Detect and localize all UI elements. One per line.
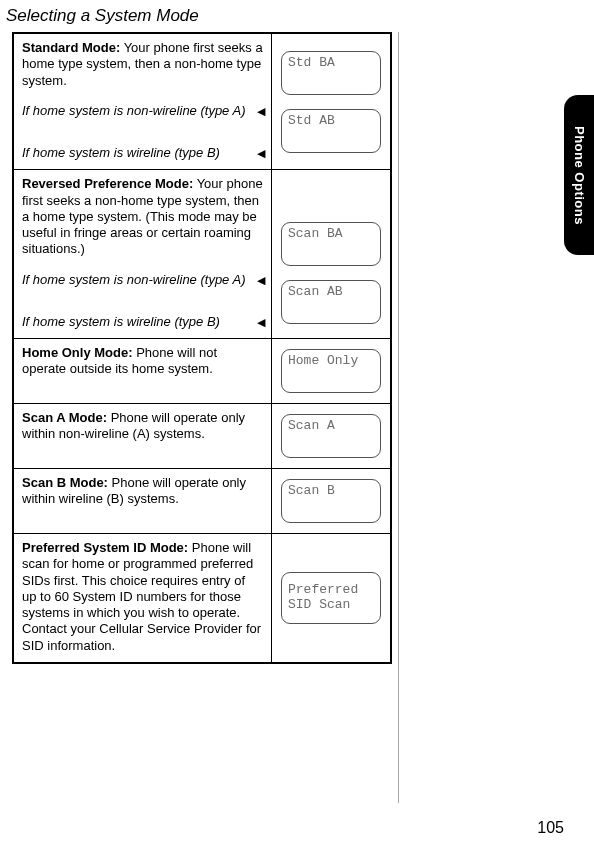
mode-condition: If home system is wireline (type B) ◀	[22, 314, 263, 330]
table-row: Scan A Mode: Phone will operate only wit…	[14, 404, 390, 469]
page-title: Selecting a System Mode	[6, 6, 199, 26]
lcd-display: Scan A	[281, 414, 381, 458]
lcd-cell: Scan A	[272, 404, 390, 468]
lcd-cell: Preferred SID Scan	[272, 534, 390, 662]
condition-text: If home system is wireline (type B)	[22, 145, 220, 160]
page-number: 105	[537, 819, 564, 837]
mode-title: Home Only Mode:	[22, 345, 133, 360]
table-row: Scan B Mode: Phone will operate only wit…	[14, 469, 390, 534]
table-row: Reversed Preference Mode: Your phone fir…	[14, 170, 390, 339]
condition-text: If home system is wireline (type B)	[22, 314, 220, 329]
lcd-line: Preferred	[288, 583, 374, 598]
arrow-right-icon: ◀	[257, 147, 265, 161]
table-row: Preferred System ID Mode: Phone will sca…	[14, 534, 390, 662]
mode-title: Standard Mode:	[22, 40, 120, 55]
lcd-display: Home Only	[281, 349, 381, 393]
mode-description-cell: Home Only Mode: Phone will not operate o…	[14, 339, 272, 403]
lcd-display: Scan B	[281, 479, 381, 523]
condition-text: If home system is non-wireline (type A)	[22, 103, 245, 118]
side-tab-phone-options: Phone Options	[564, 95, 594, 255]
mode-description-cell: Reversed Preference Mode: Your phone fir…	[14, 170, 272, 338]
lcd-display: Std BA	[281, 51, 381, 95]
lcd-line: SID Scan	[288, 598, 374, 613]
mode-condition: If home system is wireline (type B) ◀	[22, 145, 263, 161]
mode-description-cell: Standard Mode: Your phone first seeks a …	[14, 34, 272, 169]
lcd-cell: Scan B	[272, 469, 390, 533]
arrow-right-icon: ◀	[257, 316, 265, 330]
lcd-display: Std AB	[281, 109, 381, 153]
mode-title: Scan A Mode:	[22, 410, 107, 425]
table-row: Standard Mode: Your phone first seeks a …	[14, 34, 390, 170]
arrow-right-icon: ◀	[257, 105, 265, 119]
lcd-display: Scan AB	[281, 280, 381, 324]
lcd-cell: Std BA Std AB	[272, 34, 390, 169]
lcd-display: Scan BA	[281, 222, 381, 266]
mode-description-cell: Preferred System ID Mode: Phone will sca…	[14, 534, 272, 662]
lcd-cell: Home Only	[272, 339, 390, 403]
modes-table: Standard Mode: Your phone first seeks a …	[12, 32, 392, 664]
mode-description-cell: Scan A Mode: Phone will operate only wit…	[14, 404, 272, 468]
mode-title: Preferred System ID Mode:	[22, 540, 188, 555]
arrow-right-icon: ◀	[257, 274, 265, 288]
lcd-cell: Scan BA Scan AB	[272, 170, 390, 338]
mode-description-cell: Scan B Mode: Phone will operate only wit…	[14, 469, 272, 533]
mode-title: Scan B Mode:	[22, 475, 108, 490]
table-row: Home Only Mode: Phone will not operate o…	[14, 339, 390, 404]
vertical-rule	[398, 32, 399, 803]
mode-condition: If home system is non-wireline (type A) …	[22, 272, 263, 288]
lcd-display: Preferred SID Scan	[281, 572, 381, 624]
condition-text: If home system is non-wireline (type A)	[22, 272, 245, 287]
mode-condition: If home system is non-wireline (type A) …	[22, 103, 263, 119]
mode-desc: Phone will scan for home or programmed p…	[22, 540, 261, 653]
mode-title: Reversed Preference Mode:	[22, 176, 193, 191]
